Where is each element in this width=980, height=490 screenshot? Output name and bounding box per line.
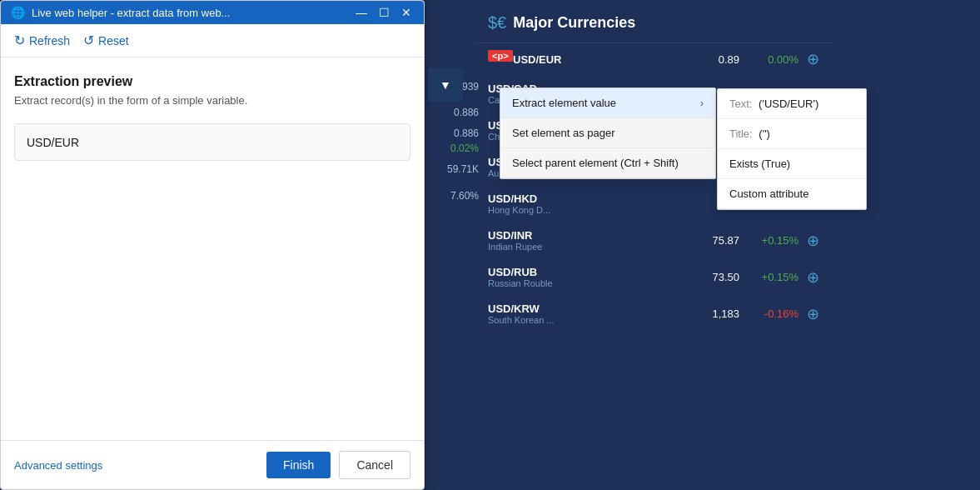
close-button[interactable]: ✕ [399, 6, 414, 19]
currency-icon: $€ [488, 13, 506, 32]
extraction-value: USD/EUR [27, 136, 79, 149]
currency-name-usdeur: USD/EUR [513, 53, 689, 66]
currency-left-inr: USD/INR Indian Rupee [488, 229, 689, 252]
currency-add-usdrub[interactable]: ⊕ [807, 268, 819, 287]
currency-change-usdkrw: -0.16% [753, 308, 798, 320]
reset-icon: ↺ [83, 32, 94, 48]
currency-value-usdinr: 75.87 [689, 234, 739, 247]
currency-subname-usdhkd: Hong Kong D... [488, 205, 689, 215]
extraction-title: Extraction preview [14, 74, 410, 89]
currency-name-usdrub: USD/RUB [488, 266, 689, 278]
bg-val-3: 0.886 [420, 126, 479, 141]
submenu-exists-label: Exists (True) [729, 158, 790, 170]
submenu-title-label: Title: [729, 128, 753, 140]
extraction-value-box: USD/EUR [14, 123, 410, 161]
currency-row-usdeur[interactable]: <p> USD/EUR 0.89 0.00% ⊕ [475, 43, 833, 76]
submenu-custom-label: Custom attribute [729, 188, 808, 200]
currency-subname-usdrub: Russian Rouble [488, 278, 689, 288]
advanced-settings-link[interactable]: Advanced settings [14, 459, 258, 472]
refresh-button[interactable]: ↻ Refresh [14, 32, 70, 48]
currency-change-usdinr: +0.15% [753, 234, 798, 247]
window-title: Live web helper - extract data from web.… [32, 7, 346, 19]
submenu-title-value: ('') [759, 128, 770, 140]
dropdown-indicator[interactable]: ▼ [428, 68, 463, 102]
context-menu-parent-label: Select parent element (Ctrl + Shift) [512, 157, 679, 169]
refresh-icon: ↻ [14, 32, 25, 48]
window-footer: Advanced settings Finish Cancel [1, 440, 424, 489]
cancel-button[interactable]: Cancel [339, 451, 410, 479]
currency-panel-title: Major Currencies [513, 14, 635, 32]
bg-val-5: 7.60% [420, 182, 479, 209]
context-menu-pager-label: Set element as pager [512, 127, 615, 139]
context-menu-item-pager[interactable]: Set element as pager [500, 118, 715, 148]
reset-label: Reset [98, 34, 129, 48]
refresh-label: Refresh [29, 34, 70, 48]
currency-panel: $€ Major Currencies <p> USD/EUR 0.89 0.0… [475, 0, 833, 490]
context-menu-item-extract[interactable]: Extract element value › Text: ('USD/EUR'… [500, 88, 715, 118]
currency-left-rub: USD/RUB Russian Rouble [488, 266, 689, 288]
submenu-text-label: Text: [729, 98, 752, 110]
bg-val-2: 0.886 [420, 99, 479, 126]
currency-value-usdeur: 0.89 [689, 53, 739, 66]
context-menu-extract-label: Extract element value [512, 97, 616, 109]
reset-button[interactable]: ↺ Reset [83, 32, 129, 48]
currency-change-usdrub: +0.15% [753, 271, 798, 283]
globe-icon: 🌐 [11, 6, 25, 19]
currency-left-krw: USD/KRW South Korean ... [488, 302, 689, 325]
submenu-item-title[interactable]: Title: ('') [718, 119, 866, 149]
currency-value-usdkrw: 1,183 [689, 308, 739, 320]
maximize-button[interactable]: ☐ [376, 6, 392, 19]
submenu-item-exists[interactable]: Exists (True) [718, 149, 866, 179]
submenu-item-custom[interactable]: Custom attribute [718, 179, 866, 209]
currency-value-usdrub: 73.50 [689, 271, 739, 283]
currency-left: USD/EUR [488, 53, 689, 66]
currency-add-usdkrw[interactable]: ⊕ [807, 305, 819, 323]
currency-row-usdkrw[interactable]: USD/KRW South Korean ... 1,183 -0.16% ⊕ [475, 296, 833, 332]
window-toolbar: ↻ Refresh ↺ Reset [1, 24, 424, 58]
finish-button[interactable]: Finish [266, 452, 331, 478]
window-content: Extraction preview Extract record(s) in … [1, 58, 424, 440]
currency-row-usdrub[interactable]: USD/RUB Russian Rouble 73.50 +0.15% ⊕ [475, 259, 833, 296]
currency-add-usdinr[interactable]: ⊕ [807, 232, 819, 250]
submenu-text-value: ('USD/EUR') [759, 98, 818, 110]
currency-name-usdhkd: USD/HKD [488, 192, 689, 205]
window-titlebar: 🌐 Live web helper - extract data from we… [1, 1, 424, 24]
currency-name-usdinr: USD/INR [488, 229, 689, 242]
currency-row-usdinr[interactable]: USD/INR Indian Rupee 75.87 +0.15% ⊕ [475, 222, 833, 259]
submenu-item-text[interactable]: Text: ('USD/EUR') [718, 89, 866, 119]
minimize-button[interactable]: — [353, 6, 370, 19]
extraction-description: Extract record(s) in the form of a simpl… [14, 94, 410, 107]
context-menu-item-parent[interactable]: Select parent element (Ctrl + Shift) [500, 148, 715, 178]
currency-name-usdkrw: USD/KRW [488, 302, 689, 315]
extension-window: 🌐 Live web helper - extract data from we… [0, 0, 425, 490]
p-badge: <p> [488, 50, 513, 62]
bg-val-4: 59.71K [420, 156, 479, 182]
currency-left-hkd: USD/HKD Hong Kong D... [488, 192, 689, 215]
currency-change-usdeur: 0.00% [753, 53, 798, 66]
bg-pct-1: 0.02% [420, 141, 479, 156]
context-submenu: Text: ('USD/EUR') Title: ('') Exists (Tr… [717, 88, 867, 210]
currency-add-usdeur[interactable]: ⊕ [807, 50, 819, 68]
currency-subname-usdkrw: South Korean ... [488, 315, 689, 325]
chevron-right-icon: › [700, 98, 704, 109]
currency-subname-usdinr: Indian Rupee [488, 242, 689, 252]
currency-panel-header: $€ Major Currencies [475, 13, 833, 43]
window-controls: — ☐ ✕ [353, 6, 414, 19]
context-menu: Extract element value › Text: ('USD/EUR'… [500, 88, 716, 179]
